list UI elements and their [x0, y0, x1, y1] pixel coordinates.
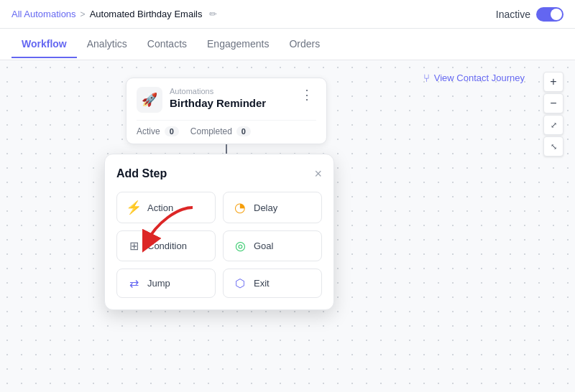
step-action[interactable]: ⚡ Action: [116, 192, 216, 223]
action-label: Action: [147, 202, 173, 213]
tab-engagements[interactable]: Engagements: [197, 31, 279, 58]
exit-icon: ⬡: [232, 276, 248, 290]
nav-tabs: Workflow Analytics Contacts Engagements …: [0, 29, 575, 60]
stat-completed-value: 0: [236, 126, 251, 136]
automation-card: 🚀 Automations Birthday Reminder ⋮ Active…: [126, 78, 327, 144]
zoom-fit-button[interactable]: ⤢: [543, 115, 564, 135]
stat-active-value: 0: [165, 126, 179, 136]
workflow-canvas: ⑂ View Contact Journey 🚀 Automations Bir…: [0, 60, 575, 392]
tab-contacts[interactable]: Contacts: [137, 31, 197, 58]
step-grid: ⚡ Action ◔ Delay ⊞ Condition ◎ Goal ⇄ Ju…: [116, 192, 322, 298]
condition-label: Condition: [147, 241, 187, 251]
journey-icon: ⑂: [423, 72, 430, 84]
status-area: Inactive: [496, 7, 564, 22]
jump-label: Jump: [147, 278, 170, 289]
stat-completed: Completed 0: [190, 126, 251, 136]
breadcrumb-sep: >: [80, 9, 86, 19]
stat-active-label: Active: [137, 126, 160, 136]
exit-label: Exit: [254, 278, 270, 289]
popup-close-button[interactable]: ×: [314, 167, 322, 180]
delay-label: Delay: [254, 202, 277, 213]
goal-icon: ◎: [232, 238, 248, 253]
step-goal[interactable]: ◎ Goal: [223, 230, 322, 261]
zoom-out-button[interactable]: −: [543, 93, 564, 113]
goal-label: Goal: [254, 241, 273, 251]
top-bar: All Automations > Automated Birthday Ema…: [0, 0, 575, 29]
stat-active: Active 0: [137, 126, 179, 136]
card-text: Automations Birthday Reminder: [170, 87, 298, 109]
view-contact-journey-button[interactable]: ⑂ View Contact Journey: [423, 72, 525, 84]
popup-title: Add Step: [116, 167, 167, 180]
jump-icon: ⇄: [126, 276, 142, 290]
edit-icon[interactable]: ✏: [209, 9, 217, 19]
card-label: Automations: [170, 87, 298, 95]
step-delay[interactable]: ◔ Delay: [223, 192, 322, 223]
zoom-reset-button[interactable]: ⤡: [543, 136, 564, 157]
condition-icon: ⊞: [126, 239, 142, 253]
zoom-in-button[interactable]: +: [543, 72, 564, 92]
step-exit[interactable]: ⬡ Exit: [223, 269, 322, 298]
zoom-controls: + − ⤢ ⤡: [543, 72, 564, 157]
stat-completed-label: Completed: [190, 126, 232, 136]
card-icon: 🚀: [137, 87, 162, 113]
tab-orders[interactable]: Orders: [279, 31, 330, 58]
card-menu-icon[interactable]: ⋮: [298, 87, 316, 103]
tab-workflow[interactable]: Workflow: [12, 31, 77, 58]
action-icon: ⚡: [126, 200, 142, 215]
active-toggle[interactable]: [536, 7, 564, 22]
card-header: 🚀 Automations Birthday Reminder ⋮: [137, 87, 316, 113]
breadcrumb-current: Automated Birthday Emails: [90, 9, 203, 19]
breadcrumb-link[interactable]: All Automations: [12, 9, 76, 19]
tab-analytics[interactable]: Analytics: [77, 31, 137, 58]
popup-header: Add Step ×: [116, 167, 322, 180]
breadcrumb: All Automations > Automated Birthday Ema…: [12, 9, 217, 19]
status-label: Inactive: [496, 9, 530, 20]
card-stats: Active 0 Completed 0: [137, 120, 316, 136]
step-jump[interactable]: ⇄ Jump: [116, 269, 216, 298]
step-condition[interactable]: ⊞ Condition: [116, 230, 216, 261]
delay-icon: ◔: [232, 200, 248, 215]
add-step-popup: Add Step × ⚡ Action ◔ Delay ⊞ Condition …: [104, 154, 334, 310]
toggle-thumb: [551, 9, 562, 20]
journey-label: View Contact Journey: [434, 73, 525, 83]
card-title: Birthday Reminder: [170, 97, 298, 109]
